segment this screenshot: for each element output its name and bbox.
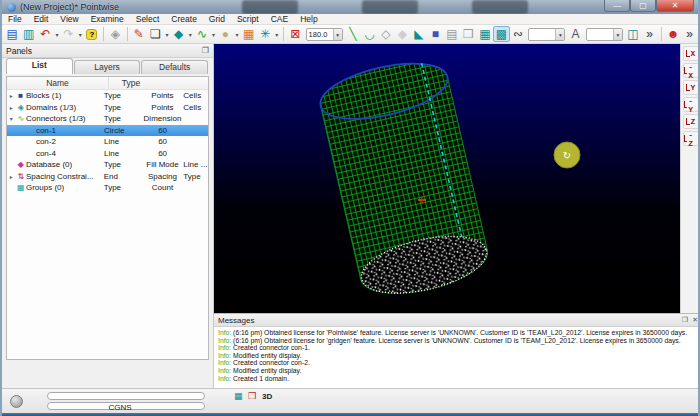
structured-domain-icon[interactable]: ▦ bbox=[477, 26, 494, 42]
minimize-button[interactable]: — bbox=[604, 0, 630, 12]
angle-combo[interactable]: 180.0▾ bbox=[306, 28, 343, 41]
menu-help[interactable]: Help bbox=[294, 14, 323, 25]
tree-row-groups[interactable]: ▦Groups (0)TypeCount bbox=[7, 182, 208, 194]
rotate-tool-icon[interactable]: ❒ bbox=[460, 26, 477, 42]
menu-file[interactable]: File bbox=[2, 14, 28, 25]
tab-defaults[interactable]: Defaults bbox=[141, 60, 208, 74]
menu-examine[interactable]: Examine bbox=[85, 14, 130, 25]
close-messages-icon[interactable]: ✕ bbox=[692, 316, 698, 324]
sphere-tool-icon[interactable]: ● bbox=[217, 26, 234, 42]
menu-cae[interactable]: CAE bbox=[265, 14, 294, 25]
view-plus-x-button[interactable]: X bbox=[683, 46, 699, 61]
annotate-tool-icon[interactable]: A bbox=[567, 26, 584, 42]
extrude-tool-icon[interactable]: ▤ bbox=[444, 26, 461, 42]
tree-row-con-1[interactable]: con-1Circle60 bbox=[7, 125, 208, 137]
splat-tool-icon[interactable]: ✳ bbox=[257, 26, 274, 42]
expand-arrow-icon[interactable]: ▸ bbox=[7, 92, 16, 99]
connector-tool-icon-dropdown[interactable]: ▾ bbox=[210, 31, 217, 38]
tree-col-name[interactable]: Name bbox=[7, 77, 109, 89]
line-tool-icon[interactable]: ╲ bbox=[345, 26, 362, 42]
tree-cell-value2: Cells bbox=[183, 91, 208, 100]
tree-row-con-4[interactable]: con-4Line60 bbox=[7, 148, 208, 160]
view-minus-x-button[interactable]: -X bbox=[683, 63, 699, 78]
display-angle-icon[interactable]: ⊠ bbox=[287, 26, 304, 42]
dimension-combo[interactable]: ▾ bbox=[528, 28, 565, 41]
status-bar: ▦ ❒ 3D CGNS bbox=[2, 388, 698, 413]
save-icon[interactable]: ▤ bbox=[4, 26, 21, 42]
domain-tool-icon[interactable]: ◆ bbox=[170, 26, 187, 42]
examine-brush-icon[interactable]: ✎ bbox=[131, 26, 148, 42]
angle-combo-dropdown-icon[interactable]: ▾ bbox=[333, 29, 342, 40]
tab-list[interactable]: List bbox=[6, 58, 73, 74]
layers-tool-icon[interactable]: ◫ bbox=[625, 26, 642, 42]
dimension-combo-dropdown-icon[interactable]: ▾ bbox=[555, 29, 564, 40]
aero-glass-artifact bbox=[472, 0, 528, 14]
help-icon[interactable]: ? bbox=[84, 26, 101, 42]
domain-tool-icon-dropdown[interactable]: ▾ bbox=[187, 31, 194, 38]
expand-arrow-icon[interactable]: ▾ bbox=[7, 115, 16, 122]
block-tool-icon[interactable]: ■ bbox=[427, 26, 444, 42]
maximize-button[interactable]: ▢ bbox=[630, 0, 656, 12]
spacing-combo-dropdown-icon[interactable]: ▾ bbox=[613, 29, 622, 40]
redo-icon[interactable]: ↷ bbox=[60, 26, 77, 42]
menu-script[interactable]: Script bbox=[231, 14, 265, 25]
view-minus-y-button[interactable]: -Y bbox=[683, 97, 699, 112]
spacing-combo[interactable]: ▾ bbox=[586, 28, 623, 41]
diamond-a-icon[interactable]: ◇ bbox=[378, 26, 395, 42]
tree-col-type[interactable]: Type bbox=[109, 77, 153, 89]
tree-cell-value1: Spacing bbox=[142, 172, 184, 181]
tree-row-database[interactable]: ◆Database (0)TypeFill ModeLine ... bbox=[7, 159, 208, 171]
tab-layers[interactable]: Layers bbox=[74, 60, 141, 74]
menu-edit[interactable]: Edit bbox=[28, 14, 55, 25]
overflow-2-icon[interactable]: » bbox=[681, 26, 698, 42]
view-plus-y-button[interactable]: Y bbox=[683, 80, 699, 95]
float-panel-icon[interactable]: ❐ bbox=[202, 46, 209, 55]
database-icon: ◆ bbox=[16, 160, 26, 169]
axis-corner-icon bbox=[684, 135, 688, 142]
view-plus-z-button[interactable]: Z bbox=[683, 114, 699, 129]
undo-icon[interactable]: ↶ bbox=[37, 26, 54, 42]
tree-cell-type: Circle bbox=[104, 126, 142, 135]
cube-tool-icon[interactable]: ❏ bbox=[147, 26, 164, 42]
cube-tool-icon-dropdown[interactable]: ▾ bbox=[164, 31, 171, 38]
message-text: (6:16 pm) Obtained license for 'Pointwis… bbox=[231, 329, 687, 336]
toolbar-separator bbox=[283, 27, 284, 41]
tree-row-con-2[interactable]: con-2Line60 bbox=[7, 136, 208, 148]
panels-panel: Panels ❐ ListLayersDefaults Name Type ▸■… bbox=[2, 44, 214, 388]
axis-corner-icon bbox=[684, 101, 688, 108]
spring-tool-icon[interactable]: ∾ bbox=[510, 26, 527, 42]
wedge-tool-icon[interactable]: ◣ bbox=[411, 26, 428, 42]
tree-row-spacing-constraints[interactable]: ▸⇅Spacing Constrai...EndSpacingType bbox=[7, 171, 208, 183]
menu-select[interactable]: Select bbox=[130, 14, 166, 25]
message-line: Info: (6:16 pm) Obtained license for 'Po… bbox=[218, 329, 700, 337]
tree-cell-type: Line bbox=[104, 137, 142, 146]
float-messages-icon[interactable]: ❐ bbox=[682, 316, 688, 324]
expand-arrow-icon[interactable]: ▸ bbox=[7, 104, 16, 111]
diamond-b-icon[interactable]: ◆ bbox=[394, 26, 411, 42]
tree-row-blocks[interactable]: ▸■Blocks (1)TypePointsCells bbox=[7, 90, 208, 102]
overflow-1-icon[interactable]: » bbox=[641, 26, 658, 42]
mask-display-icon[interactable]: ☻ bbox=[665, 26, 682, 42]
menu-view[interactable]: View bbox=[54, 14, 84, 25]
close-button[interactable]: ✕ bbox=[656, 0, 694, 12]
tree-cell-value1: 60 bbox=[142, 149, 184, 158]
image-tool-icon[interactable]: ▦ bbox=[240, 26, 257, 42]
undo-icon-dropdown[interactable]: ▾ bbox=[54, 31, 61, 38]
menu-grid[interactable]: Grid bbox=[203, 14, 231, 25]
blocks-icon: ■ bbox=[16, 91, 26, 100]
curve-tool-icon[interactable]: ◡ bbox=[361, 26, 378, 42]
sphere-tool-icon-dropdown[interactable]: ▾ bbox=[234, 31, 241, 38]
unstructured-domain-icon[interactable]: ▩ bbox=[493, 26, 510, 42]
open-icon[interactable]: ▥ bbox=[21, 26, 38, 42]
menu-create[interactable]: Create bbox=[165, 14, 203, 25]
tree-row-connectors[interactable]: ▾∿Connectors (1/3)TypeDimension bbox=[7, 113, 208, 125]
3d-viewport[interactable]: ↻ bbox=[214, 44, 680, 313]
expand-arrow-icon[interactable]: ▸ bbox=[7, 173, 16, 180]
splat-tool-icon-dropdown[interactable]: ▾ bbox=[273, 31, 280, 38]
message-line: Info: Created connector con-1. bbox=[218, 344, 700, 352]
view-minus-z-button[interactable]: -Z bbox=[683, 131, 699, 146]
select-mask-icon[interactable]: ◈ bbox=[107, 26, 124, 42]
tree-row-domains[interactable]: ▸◈Domains (1/3)TypePointsCells bbox=[7, 102, 208, 114]
redo-icon-dropdown[interactable]: ▾ bbox=[77, 31, 84, 38]
connector-tool-icon[interactable]: ∿ bbox=[194, 26, 211, 42]
